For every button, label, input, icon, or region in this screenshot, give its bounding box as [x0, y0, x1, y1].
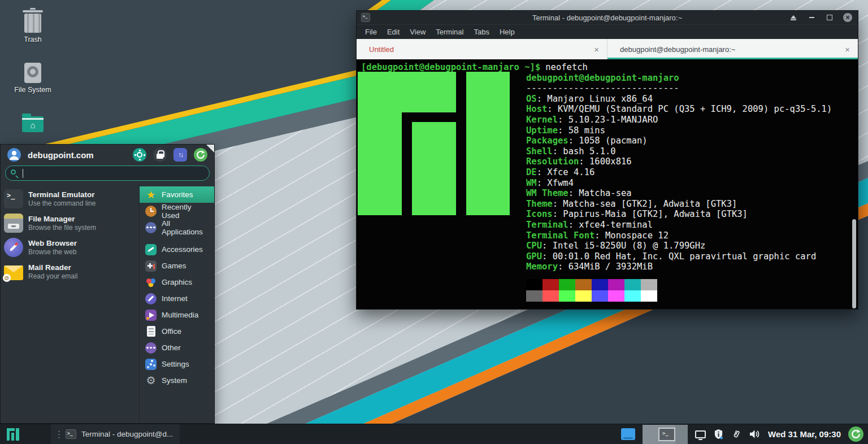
neofetch-info-line: Terminal: xfce4-terminal [526, 220, 858, 230]
graphics-icon [145, 277, 157, 288]
security-shield-icon[interactable] [713, 429, 724, 439]
neofetch-separator: ----------------------------- [526, 83, 858, 94]
whisker-menu-button[interactable] [0, 424, 26, 444]
search-input[interactable] [23, 169, 209, 178]
menu-category-item[interactable]: Settings [140, 356, 214, 372]
neofetch-output: debugpoint@debugpoint-manjaro ----------… [526, 73, 858, 272]
desktop-icon-home-folder[interactable]: ⌂ [8, 112, 58, 135]
menu-header: debugpoint.com ↑↓ [1, 145, 214, 164]
color-swatch [641, 279, 657, 290]
info-value: Intel i5-8250U (8) @ 1.799GHz [553, 241, 706, 251]
menubar-item[interactable]: View [405, 28, 431, 36]
category-label: Multimedia [162, 311, 198, 319]
drag-handle-icon[interactable] [58, 430, 60, 439]
clock[interactable]: Wed 31 Mar, 09:30 [768, 429, 841, 439]
neofetch-info-line: OS: Manjaro Linux x86_64 [526, 94, 858, 105]
info-value: Papirus-Maia [GTK2], Adwaita [GTK3] [563, 209, 748, 219]
taskbar-window-button[interactable]: Terminal - debugpoint@d... [51, 424, 180, 444]
app-subtitle: Use the command line [28, 199, 96, 208]
tab-active-session[interactable]: debugpoint@debugpoint-manjaro:~ × [607, 39, 858, 59]
menu-category-item[interactable]: Other [140, 339, 214, 356]
neofetch-info-line: WM Theme: Matcha-sea [526, 188, 858, 199]
tab-close-icon[interactable]: × [845, 45, 850, 54]
menubar-item[interactable]: Edit [382, 28, 405, 36]
info-value: 1600x816 [589, 156, 632, 167]
desktop-icon-file-system[interactable]: File System [8, 62, 58, 94]
terminal-content[interactable]: [debugpoint@debugpoint-manjaro ~]$neofet… [357, 59, 858, 309]
menu-category-item[interactable]: Games [140, 258, 214, 274]
category-label: Games [162, 262, 186, 270]
color-swatch [575, 290, 592, 302]
neofetch-info-line: Kernel: 5.10.23-1-MANJARO [526, 115, 858, 125]
menu-app-item[interactable]: Terminal Emulator Use the command line [1, 186, 139, 211]
menu-category-item[interactable]: Graphics [140, 274, 214, 290]
menubar-item[interactable]: Terminal [431, 28, 468, 36]
menubar-item[interactable]: File [360, 28, 382, 36]
menubar-item[interactable]: Help [494, 28, 520, 36]
switch-user-icon[interactable]: ↑↓ [173, 148, 187, 162]
rollup-button[interactable] [789, 13, 798, 22]
menu-category-item[interactable]: Accessories [140, 241, 214, 258]
neofetch-info-line: CPU: Intel i5-8250U (8) @ 1.799GHz [526, 241, 858, 251]
palette-row-normal [526, 279, 858, 290]
settings-manager-icon[interactable] [133, 148, 146, 162]
info-value: Xfce 4.16 [547, 167, 594, 177]
lock-screen-icon[interactable] [153, 148, 167, 162]
color-swatch [608, 290, 624, 302]
desktop-icon-trash[interactable]: Trash [8, 11, 58, 43]
neofetch-host-line: debugpoint@debugpoint-manjaro [526, 73, 858, 84]
info-value: Matcha-sea [GTK2], Adwaita [GTK3] [563, 199, 737, 209]
info-value: xfce4-terminal [579, 220, 653, 230]
menu-category-item[interactable]: Recently Used [140, 203, 214, 219]
app-title: File Manager [28, 214, 96, 224]
info-value: 634MiB / 3932MiB [568, 262, 653, 272]
trash-icon [24, 14, 41, 33]
neofetch-info-line: Memory: 634MiB / 3932MiB [526, 262, 858, 272]
office-icon [147, 326, 155, 337]
maximize-button[interactable] [825, 13, 834, 22]
menu-app-item[interactable]: Mail Reader Read your email [1, 259, 139, 284]
desktop: Trash File System ⌂ debugpoint.com ↑↓ [0, 0, 868, 444]
settings-icon [145, 359, 157, 370]
volume-icon[interactable] [749, 429, 761, 439]
logout-icon[interactable] [848, 426, 863, 442]
internet-icon [145, 293, 157, 304]
workspace-pager[interactable] [643, 425, 688, 444]
display-tray-icon[interactable] [695, 430, 706, 438]
avatar[interactable] [7, 148, 21, 162]
minimize-button[interactable] [807, 13, 816, 22]
color-swatch [592, 279, 608, 290]
show-desktop-icon[interactable] [621, 428, 635, 440]
menu-app-item[interactable]: Web Browser Browse the web [1, 235, 139, 259]
manjaro-menu-icon [7, 428, 19, 441]
menu-category-item[interactable]: Favorites [140, 186, 214, 203]
terminal-scrollbar-thumb[interactable] [852, 219, 856, 308]
app-subtitle: Browse the web [28, 248, 77, 256]
tab-close-icon[interactable]: × [594, 45, 599, 54]
clipboard-paperclip-icon[interactable] [731, 429, 741, 439]
menu-category-list: Favorites Recently Used All Applications… [140, 184, 214, 423]
color-swatch [608, 279, 624, 290]
color-swatch [559, 279, 575, 290]
close-button[interactable] [843, 13, 852, 22]
neofetch-info-list: OS: Manjaro Linux x86_64Host: KVM/QEMU (… [526, 94, 858, 272]
tab-untitled[interactable]: Untitled × [357, 39, 607, 59]
menu-resize-grip[interactable] [206, 145, 214, 153]
info-key: WM [526, 178, 537, 188]
workspace-2[interactable] [675, 425, 688, 444]
menu-category-item[interactable]: System [140, 372, 214, 389]
menubar-item[interactable]: Tabs [468, 28, 494, 36]
info-value: Monospace 12 [605, 230, 669, 241]
menu-category-item[interactable]: Office [140, 323, 214, 339]
drive-icon [24, 63, 41, 83]
logout-icon[interactable] [194, 148, 207, 162]
info-value: 5.10.23-1-MANJARO [568, 115, 658, 125]
menu-app-item[interactable]: File Manager Browse the file system [1, 211, 139, 235]
category-label: Internet [162, 294, 188, 303]
window-titlebar[interactable]: Terminal - debugpoint@debugpoint-manjaro… [357, 11, 858, 24]
info-value: bash 5.1.0 [563, 146, 615, 156]
menu-category-item[interactable]: Multimedia [140, 307, 214, 323]
menu-category-item[interactable]: All Applications [140, 219, 214, 236]
web-browser-icon [4, 238, 23, 257]
menu-category-item[interactable]: Internet [140, 290, 214, 307]
